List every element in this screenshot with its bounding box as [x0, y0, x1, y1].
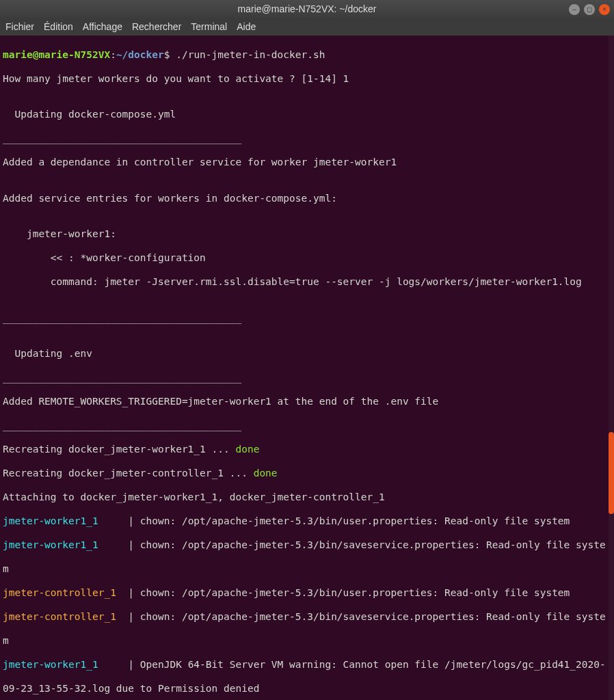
log-label-worker: jmeter-worker1_1	[3, 659, 128, 670]
titlebar[interactable]: marie@marie-N752VX: ~/docker – ◻ ×	[0, 0, 614, 19]
maximize-button[interactable]: ◻	[584, 4, 595, 15]
scrollbar[interactable]	[609, 36, 614, 700]
output-line: Recreating docker_jmeter-worker1_1 ... d…	[3, 444, 611, 456]
output-line: Attaching to docker_jmeter-worker1_1, do…	[3, 492, 611, 504]
prompt-userhost: marie@marie-N752VX	[3, 49, 110, 60]
log-line: jmeter-worker1_1 | OpenJDK 64-Bit Server…	[3, 659, 611, 671]
menu-terminal[interactable]: Terminal	[191, 21, 227, 33]
status-done: done	[235, 444, 259, 455]
log-line: jmeter-controller_1 | chown: /opt/apache…	[3, 611, 611, 623]
output-line: Updating docker-compose.yml	[3, 109, 611, 121]
log-label-controller: jmeter-controller_1	[3, 587, 128, 598]
output-line: ________________________________________	[3, 372, 611, 384]
menubar: Fichier Édition Affichage Rechercher Ter…	[0, 19, 614, 36]
status-done: done	[254, 468, 278, 479]
output-line: ________________________________________	[3, 133, 611, 145]
menu-edit[interactable]: Édition	[44, 21, 73, 33]
output-line: << : *worker-configuration	[3, 252, 611, 265]
log-label-worker: jmeter-worker1_1	[3, 515, 128, 526]
output-line: jmeter-worker1:	[3, 228, 611, 241]
close-button[interactable]: ×	[599, 4, 610, 15]
output-line: Added a dependance in controller service…	[3, 157, 611, 169]
output-line: Updating .env	[3, 348, 611, 360]
log-line: m	[3, 635, 611, 647]
output-line: How many jmeter workers do you want to a…	[3, 73, 611, 85]
menu-help[interactable]: Aide	[237, 21, 256, 33]
prompt-line: marie@marie-N752VX:~/docker$ ./run-jmete…	[3, 49, 611, 62]
log-line: m	[3, 563, 611, 576]
terminal-viewport[interactable]: marie@marie-N752VX:~/docker$ ./run-jmete…	[0, 36, 614, 700]
menu-view[interactable]: Affichage	[83, 21, 122, 33]
log-label-controller: jmeter-controller_1	[3, 611, 128, 622]
output-line: Recreating docker_jmeter-controller_1 ..…	[3, 468, 611, 480]
log-label-worker: jmeter-worker1_1	[3, 539, 128, 550]
prompt-command: ./run-jmeter-in-docker.sh	[176, 49, 325, 60]
output-line: ________________________________________	[3, 420, 611, 432]
prompt-path: ~/docker	[116, 49, 164, 60]
window-title: marie@marie-N752VX: ~/docker	[238, 3, 377, 16]
log-line: 09-23_13-55-32.log due to Permission den…	[3, 683, 611, 695]
output-line: Added service entries for workers in doc…	[3, 193, 611, 205]
log-line: jmeter-worker1_1 | chown: /opt/apache-jm…	[3, 515, 611, 528]
output-line: Added REMOTE_WORKERS_TRIGGERED=jmeter-wo…	[3, 396, 611, 408]
menu-search[interactable]: Rechercher	[132, 21, 181, 33]
menu-file[interactable]: Fichier	[5, 21, 34, 33]
log-line: jmeter-worker1_1 | chown: /opt/apache-jm…	[3, 539, 611, 552]
minimize-button[interactable]: –	[569, 4, 580, 15]
scroll-thumb[interactable]	[609, 432, 614, 514]
log-line: jmeter-controller_1 | chown: /opt/apache…	[3, 587, 611, 600]
output-line: ________________________________________	[3, 312, 611, 325]
output-line: command: jmeter -Jserver.rmi.ssl.disable…	[3, 276, 611, 288]
window-controls: – ◻ ×	[569, 4, 610, 15]
